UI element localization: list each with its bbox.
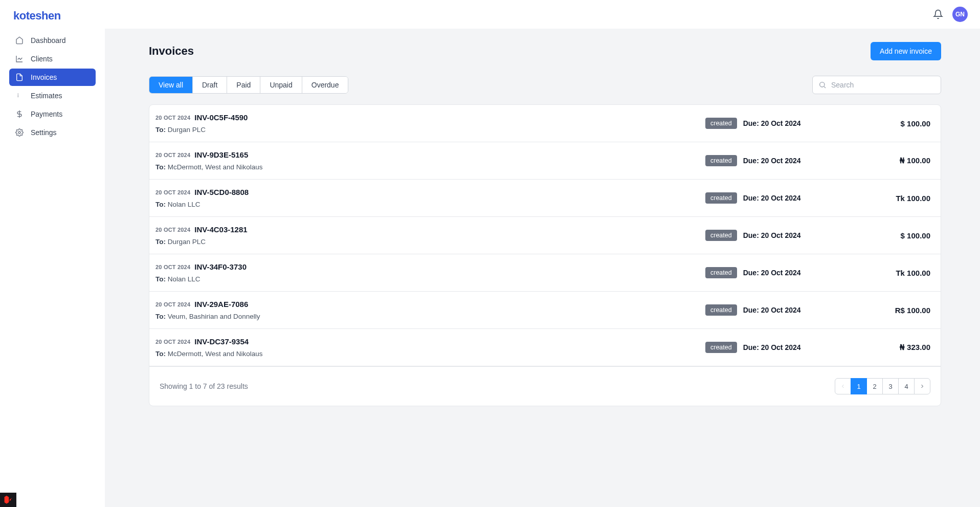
topbar: GN (105, 0, 980, 29)
invoice-number: INV-34F0-3730 (194, 262, 247, 271)
status-badge: created (705, 304, 737, 316)
invoice-number: INV-DC37-9354 (194, 337, 249, 346)
framework-badge[interactable] (0, 493, 16, 507)
payments-icon (15, 110, 24, 118)
status-badge: created (705, 192, 737, 204)
pagination-page[interactable]: 2 (866, 378, 883, 394)
invoice-due: Due: 20 Oct 2024 (743, 119, 801, 127)
tab-overdue[interactable]: Overdue (302, 77, 348, 93)
content: Invoices Add new invoice View allDraftPa… (105, 29, 980, 507)
invoice-recipient: To: Durgan PLC (155, 126, 705, 134)
user-avatar[interactable]: GN (952, 7, 968, 22)
invoice-date: 20 OCT 2024 (155, 264, 190, 270)
invoice-amount: R$ 100.00 (828, 306, 930, 315)
sidebar-item-label: Estimates (31, 92, 62, 100)
sidebar-item-invoices[interactable]: Invoices (9, 69, 96, 86)
pagination-prev[interactable] (835, 378, 851, 394)
status-badge: created (705, 230, 737, 241)
brand-logo[interactable]: koteshen (9, 7, 96, 32)
invoice-number: INV-5CD0-8808 (194, 188, 249, 196)
invoice-amount: $ 100.00 (828, 231, 930, 240)
tab-paid[interactable]: Paid (227, 77, 260, 93)
sidebar-item-dashboard[interactable]: Dashboard (9, 32, 96, 49)
status-badge: created (705, 267, 737, 278)
sidebar-item-estimates[interactable]: Estimates (9, 87, 96, 104)
pagination-next[interactable] (914, 378, 930, 394)
tab-unpaid[interactable]: Unpaid (260, 77, 302, 93)
status-badge: created (705, 342, 737, 353)
invoice-number: INV-29AE-7086 (194, 300, 248, 308)
invoice-recipient: To: Nolan LLC (155, 201, 705, 208)
invoice-row[interactable]: 20 OCT 2024INV-4C03-1281To: Durgan PLCcr… (149, 217, 941, 254)
pagination-page[interactable]: 4 (898, 378, 915, 394)
invoice-date: 20 OCT 2024 (155, 115, 190, 121)
sidebar-item-label: Invoices (31, 73, 57, 81)
sidebar-item-clients[interactable]: Clients (9, 50, 96, 68)
sidebar-item-label: Dashboard (31, 36, 66, 45)
invoice-amount: ₦ 100.00 (828, 156, 930, 165)
search-input[interactable] (812, 76, 941, 94)
invoice-amount: ₦ 323.00 (828, 343, 930, 352)
invoice-row[interactable]: 20 OCT 2024INV-DC37-9354To: McDermott, W… (149, 329, 941, 366)
invoice-date: 20 OCT 2024 (155, 339, 190, 345)
svg-point-0 (18, 131, 20, 134)
search-icon (818, 81, 827, 89)
pagination-page[interactable]: 1 (851, 378, 867, 394)
list-footer: Showing 1 to 7 of 23 results1234 (149, 366, 941, 406)
pagination-page[interactable]: 3 (882, 378, 899, 394)
status-badge: created (705, 155, 737, 166)
invoices-icon (15, 73, 24, 81)
invoice-amount: $ 100.00 (828, 119, 930, 128)
dashboard-icon (15, 36, 24, 45)
invoice-date: 20 OCT 2024 (155, 301, 190, 307)
pagination: 1234 (835, 378, 930, 394)
invoice-recipient: To: McDermott, West and Nikolaus (155, 350, 705, 358)
page-title: Invoices (149, 45, 194, 58)
invoice-due: Due: 20 Oct 2024 (743, 269, 801, 277)
invoice-number: INV-9D3E-5165 (194, 150, 248, 159)
invoice-date: 20 OCT 2024 (155, 227, 190, 233)
clients-icon (15, 55, 24, 63)
invoice-due: Due: 20 Oct 2024 (743, 306, 801, 314)
svg-point-1 (820, 82, 825, 87)
invoice-date: 20 OCT 2024 (155, 189, 190, 195)
invoice-due: Due: 20 Oct 2024 (743, 194, 801, 202)
filter-tabs: View allDraftPaidUnpaidOverdue (149, 76, 348, 94)
status-badge: created (705, 118, 737, 129)
notifications-icon[interactable] (933, 9, 943, 19)
invoice-row[interactable]: 20 OCT 2024INV-9D3E-5165To: McDermott, W… (149, 142, 941, 180)
invoice-recipient: To: Nolan LLC (155, 275, 705, 283)
invoice-recipient: To: Veum, Bashirian and Donnelly (155, 313, 705, 320)
sidebar-item-settings[interactable]: Settings (9, 124, 96, 141)
invoice-amount: Tk 100.00 (828, 269, 930, 277)
add-invoice-button[interactable]: Add new invoice (871, 42, 941, 60)
invoice-row[interactable]: 20 OCT 2024INV-29AE-7086To: Veum, Bashir… (149, 292, 941, 329)
invoice-row[interactable]: 20 OCT 2024INV-0C5F-4590To: Durgan PLCcr… (149, 105, 941, 142)
sidebar: koteshen DashboardClientsInvoicesEstimat… (0, 0, 105, 507)
invoice-amount: Tk 100.00 (828, 194, 930, 203)
invoice-number: INV-4C03-1281 (194, 225, 247, 234)
settings-icon (15, 128, 24, 137)
invoice-list: 20 OCT 2024INV-0C5F-4590To: Durgan PLCcr… (149, 104, 941, 406)
invoice-row[interactable]: 20 OCT 2024INV-5CD0-8808To: Nolan LLCcre… (149, 180, 941, 217)
sidebar-item-payments[interactable]: Payments (9, 105, 96, 123)
invoice-date: 20 OCT 2024 (155, 152, 190, 158)
invoice-recipient: To: McDermott, West and Nikolaus (155, 163, 705, 171)
invoice-due: Due: 20 Oct 2024 (743, 231, 801, 239)
tab-view-all[interactable]: View all (149, 77, 193, 93)
invoice-recipient: To: Durgan PLC (155, 238, 705, 246)
estimates-icon (15, 92, 24, 100)
results-text: Showing 1 to 7 of 23 results (160, 382, 248, 390)
invoice-due: Due: 20 Oct 2024 (743, 343, 801, 351)
sidebar-nav: DashboardClientsInvoicesEstimatesPayment… (9, 32, 96, 141)
invoice-due: Due: 20 Oct 2024 (743, 157, 801, 165)
sidebar-item-label: Clients (31, 55, 53, 63)
sidebar-item-label: Settings (31, 128, 57, 137)
tab-draft[interactable]: Draft (193, 77, 227, 93)
sidebar-item-label: Payments (31, 110, 62, 118)
invoice-number: INV-0C5F-4590 (194, 113, 248, 122)
invoice-row[interactable]: 20 OCT 2024INV-34F0-3730To: Nolan LLCcre… (149, 254, 941, 292)
